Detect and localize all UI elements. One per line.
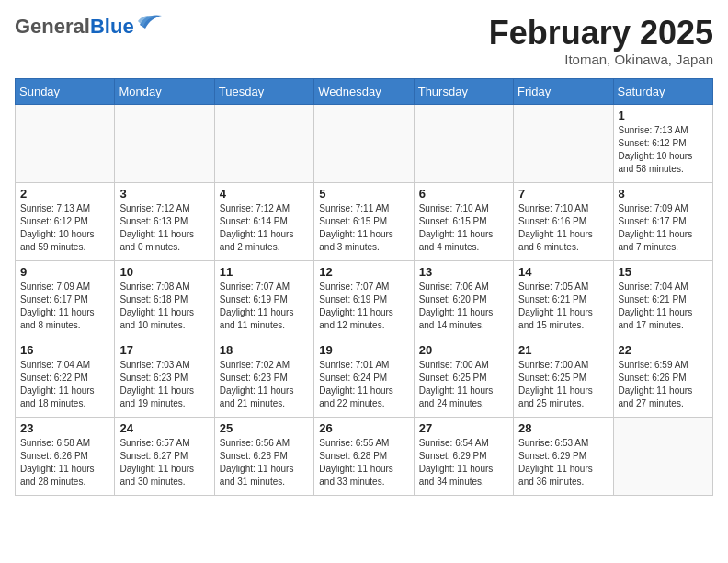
day-number: 9 bbox=[20, 265, 109, 279]
calendar-cell: 9Sunrise: 7:09 AMSunset: 6:17 PMDaylight… bbox=[16, 260, 115, 339]
day-number: 2 bbox=[20, 187, 109, 201]
calendar-cell: 26Sunrise: 6:55 AMSunset: 6:28 PMDayligh… bbox=[314, 417, 414, 495]
weekday-header-row: SundayMondayTuesdayWednesdayThursdayFrid… bbox=[16, 78, 713, 104]
day-info: Sunrise: 7:00 AMSunset: 6:25 PMDaylight:… bbox=[419, 359, 508, 410]
calendar-cell: 17Sunrise: 7:03 AMSunset: 6:23 PMDayligh… bbox=[115, 339, 214, 417]
calendar-cell bbox=[613, 417, 712, 495]
calendar-cell: 23Sunrise: 6:58 AMSunset: 6:26 PMDayligh… bbox=[16, 417, 115, 495]
calendar-week-row: 9Sunrise: 7:09 AMSunset: 6:17 PMDaylight… bbox=[16, 260, 713, 339]
day-info: Sunrise: 7:13 AMSunset: 6:12 PMDaylight:… bbox=[20, 202, 109, 254]
location: Itoman, Okinawa, Japan bbox=[489, 52, 713, 67]
page-header: GeneralBlue February 2025 Itoman, Okinaw… bbox=[15, 15, 713, 67]
day-number: 8 bbox=[619, 187, 708, 201]
calendar-cell: 20Sunrise: 7:00 AMSunset: 6:25 PMDayligh… bbox=[414, 339, 513, 417]
day-number: 27 bbox=[419, 421, 508, 435]
calendar-cell bbox=[16, 104, 115, 182]
calendar-cell: 7Sunrise: 7:10 AMSunset: 6:16 PMDaylight… bbox=[514, 182, 613, 260]
calendar-cell: 15Sunrise: 7:04 AMSunset: 6:21 PMDayligh… bbox=[613, 260, 712, 339]
day-number: 6 bbox=[419, 187, 508, 201]
weekday-header-wednesday: Wednesday bbox=[314, 78, 414, 104]
calendar-cell: 10Sunrise: 7:08 AMSunset: 6:18 PMDayligh… bbox=[115, 260, 214, 339]
day-info: Sunrise: 7:05 AMSunset: 6:21 PMDaylight:… bbox=[518, 281, 608, 332]
day-number: 28 bbox=[518, 421, 608, 435]
day-number: 11 bbox=[220, 265, 309, 279]
day-info: Sunrise: 7:07 AMSunset: 6:19 PMDaylight:… bbox=[319, 281, 408, 332]
weekday-header-saturday: Saturday bbox=[613, 78, 712, 104]
calendar-cell: 27Sunrise: 6:54 AMSunset: 6:29 PMDayligh… bbox=[414, 417, 513, 495]
calendar-cell: 11Sunrise: 7:07 AMSunset: 6:19 PMDayligh… bbox=[214, 260, 313, 339]
weekday-header-monday: Monday bbox=[115, 78, 214, 104]
day-number: 3 bbox=[119, 187, 209, 201]
day-info: Sunrise: 7:00 AMSunset: 6:25 PMDaylight:… bbox=[518, 359, 608, 410]
day-info: Sunrise: 7:01 AMSunset: 6:24 PMDaylight:… bbox=[319, 359, 408, 410]
calendar-cell: 22Sunrise: 6:59 AMSunset: 6:26 PMDayligh… bbox=[613, 339, 712, 417]
day-number: 25 bbox=[220, 421, 309, 435]
day-info: Sunrise: 7:13 AMSunset: 6:12 PMDaylight:… bbox=[619, 124, 708, 176]
day-number: 18 bbox=[220, 343, 309, 357]
day-info: Sunrise: 6:53 AMSunset: 6:29 PMDaylight:… bbox=[518, 437, 608, 488]
calendar-table: SundayMondayTuesdayWednesdayThursdayFrid… bbox=[15, 78, 713, 496]
day-info: Sunrise: 6:56 AMSunset: 6:28 PMDaylight:… bbox=[220, 437, 309, 488]
day-info: Sunrise: 7:12 AMSunset: 6:14 PMDaylight:… bbox=[220, 202, 309, 254]
day-number: 20 bbox=[419, 343, 508, 357]
calendar-cell: 4Sunrise: 7:12 AMSunset: 6:14 PMDaylight… bbox=[214, 182, 313, 260]
calendar-cell: 24Sunrise: 6:57 AMSunset: 6:27 PMDayligh… bbox=[115, 417, 214, 495]
calendar-week-row: 1Sunrise: 7:13 AMSunset: 6:12 PMDaylight… bbox=[16, 104, 713, 182]
weekday-header-friday: Friday bbox=[514, 78, 613, 104]
day-info: Sunrise: 7:10 AMSunset: 6:16 PMDaylight:… bbox=[518, 202, 608, 254]
day-number: 13 bbox=[419, 265, 508, 279]
day-info: Sunrise: 6:58 AMSunset: 6:26 PMDaylight:… bbox=[20, 437, 109, 488]
day-info: Sunrise: 7:02 AMSunset: 6:23 PMDaylight:… bbox=[220, 359, 309, 410]
calendar-cell bbox=[214, 104, 313, 182]
day-info: Sunrise: 7:07 AMSunset: 6:19 PMDaylight:… bbox=[220, 281, 309, 332]
calendar-week-row: 23Sunrise: 6:58 AMSunset: 6:26 PMDayligh… bbox=[16, 417, 713, 495]
day-number: 5 bbox=[319, 187, 408, 201]
calendar-cell: 2Sunrise: 7:13 AMSunset: 6:12 PMDaylight… bbox=[16, 182, 115, 260]
day-info: Sunrise: 6:55 AMSunset: 6:28 PMDaylight:… bbox=[319, 437, 408, 488]
day-info: Sunrise: 7:10 AMSunset: 6:15 PMDaylight:… bbox=[419, 202, 508, 254]
month-title: February 2025 bbox=[489, 15, 713, 52]
day-number: 15 bbox=[619, 265, 708, 279]
day-info: Sunrise: 7:11 AMSunset: 6:15 PMDaylight:… bbox=[319, 202, 408, 254]
day-info: Sunrise: 7:09 AMSunset: 6:17 PMDaylight:… bbox=[20, 281, 109, 332]
calendar-cell: 13Sunrise: 7:06 AMSunset: 6:20 PMDayligh… bbox=[414, 260, 513, 339]
day-number: 21 bbox=[518, 343, 608, 357]
day-number: 10 bbox=[119, 265, 209, 279]
calendar-cell: 8Sunrise: 7:09 AMSunset: 6:17 PMDaylight… bbox=[613, 182, 712, 260]
weekday-header-thursday: Thursday bbox=[414, 78, 513, 104]
day-number: 7 bbox=[518, 187, 608, 201]
day-number: 24 bbox=[119, 421, 209, 435]
day-info: Sunrise: 7:03 AMSunset: 6:23 PMDaylight:… bbox=[119, 359, 209, 410]
calendar-cell: 3Sunrise: 7:12 AMSunset: 6:13 PMDaylight… bbox=[115, 182, 214, 260]
day-info: Sunrise: 6:59 AMSunset: 6:26 PMDaylight:… bbox=[619, 359, 708, 410]
weekday-header-sunday: Sunday bbox=[16, 78, 115, 104]
day-info: Sunrise: 7:04 AMSunset: 6:21 PMDaylight:… bbox=[619, 281, 708, 332]
calendar-cell: 14Sunrise: 7:05 AMSunset: 6:21 PMDayligh… bbox=[514, 260, 613, 339]
calendar-cell: 12Sunrise: 7:07 AMSunset: 6:19 PMDayligh… bbox=[314, 260, 414, 339]
calendar-week-row: 16Sunrise: 7:04 AMSunset: 6:22 PMDayligh… bbox=[16, 339, 713, 417]
title-area: February 2025 Itoman, Okinawa, Japan bbox=[489, 15, 713, 67]
day-number: 19 bbox=[319, 343, 408, 357]
logo-general: General bbox=[15, 15, 90, 38]
day-number: 16 bbox=[20, 343, 109, 357]
calendar-cell bbox=[115, 104, 214, 182]
day-info: Sunrise: 7:09 AMSunset: 6:17 PMDaylight:… bbox=[619, 202, 708, 254]
logo: GeneralBlue bbox=[15, 15, 162, 39]
day-number: 12 bbox=[319, 265, 408, 279]
day-info: Sunrise: 7:12 AMSunset: 6:13 PMDaylight:… bbox=[119, 202, 209, 254]
day-number: 1 bbox=[619, 109, 708, 122]
day-info: Sunrise: 6:54 AMSunset: 6:29 PMDaylight:… bbox=[419, 437, 508, 488]
calendar-cell bbox=[414, 104, 513, 182]
calendar-week-row: 2Sunrise: 7:13 AMSunset: 6:12 PMDaylight… bbox=[16, 182, 713, 260]
calendar-cell: 16Sunrise: 7:04 AMSunset: 6:22 PMDayligh… bbox=[16, 339, 115, 417]
day-number: 22 bbox=[619, 343, 708, 357]
day-number: 17 bbox=[119, 343, 209, 357]
weekday-header-tuesday: Tuesday bbox=[214, 78, 313, 104]
day-number: 4 bbox=[220, 187, 309, 201]
logo-blue: Blue bbox=[90, 15, 134, 38]
calendar-cell: 21Sunrise: 7:00 AMSunset: 6:25 PMDayligh… bbox=[514, 339, 613, 417]
day-number: 14 bbox=[518, 265, 608, 279]
day-info: Sunrise: 6:57 AMSunset: 6:27 PMDaylight:… bbox=[119, 437, 209, 488]
calendar-cell: 5Sunrise: 7:11 AMSunset: 6:15 PMDaylight… bbox=[314, 182, 414, 260]
day-number: 23 bbox=[20, 421, 109, 435]
